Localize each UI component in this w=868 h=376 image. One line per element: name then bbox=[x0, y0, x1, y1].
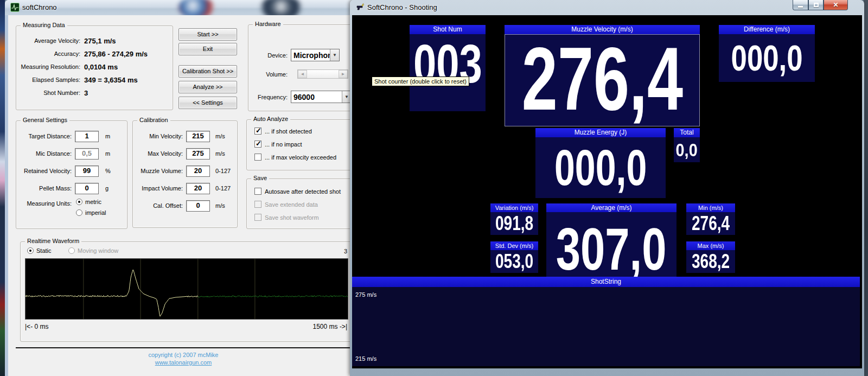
group-measuring-data: Measuring Data Average Velocity: 275,1 m… bbox=[16, 26, 173, 110]
measuring-row-shot-number: Shot Number: 3 bbox=[20, 87, 169, 98]
shooting-title: SoftChrono - Shooting bbox=[367, 3, 437, 11]
radio-moving-window: Moving window bbox=[68, 247, 118, 254]
group-hardware-label: Hardware bbox=[253, 21, 283, 27]
radio-imperial-icon[interactable] bbox=[76, 209, 82, 216]
device-combobox[interactable]: Microphon ▼ bbox=[291, 49, 340, 61]
average-value: 307,0 bbox=[556, 219, 667, 279]
device-value: Microphon bbox=[291, 51, 330, 60]
frequency-combobox[interactable]: 96000 ▼ bbox=[291, 91, 352, 103]
target-distance-label: Target Distance: bbox=[16, 133, 72, 139]
retained-velocity-input[interactable]: 99 bbox=[75, 165, 99, 177]
min-velocity-input[interactable]: 215 bbox=[186, 131, 210, 142]
group-calibration: Calibration Min Velocity: 215 m/s Max Ve… bbox=[132, 120, 238, 228]
measuring-row-resolution: Measuring Resolution: 0,0104 ms bbox=[20, 61, 169, 72]
impact-volume-input[interactable]: 20 bbox=[186, 183, 210, 194]
shotstring-header: ShotString bbox=[352, 277, 860, 287]
volume-scrollbar[interactable]: ◄ ► bbox=[297, 69, 348, 79]
shot-num-display[interactable]: 003 bbox=[410, 34, 486, 111]
checkbox-label: ... if max velocity exceeded bbox=[265, 154, 336, 161]
checkbox-if-max-velocity-exceeded[interactable]: ... if max velocity exceeded bbox=[254, 154, 336, 161]
checkbox-if-no-impact[interactable]: ... if no impact bbox=[254, 141, 302, 148]
checkbox-label: ... if no impact bbox=[265, 141, 302, 148]
checkbox-unchecked-icon[interactable] bbox=[254, 188, 261, 195]
analyze-button[interactable]: Analyze >> bbox=[178, 81, 237, 93]
measuring-row-accuracy: Accuracy: 275,86 - 274,29 m/s bbox=[20, 48, 169, 59]
row-value: 3 bbox=[84, 89, 88, 97]
scroll-right-icon[interactable]: ► bbox=[339, 70, 348, 78]
checkbox-checked-icon[interactable] bbox=[254, 141, 261, 148]
max-value: 368,2 bbox=[692, 252, 730, 271]
minimize-button[interactable] bbox=[793, 0, 808, 10]
radio-static[interactable]: Static bbox=[27, 247, 52, 254]
volume-scrollbar-track[interactable] bbox=[307, 70, 339, 78]
group-general-settings-label: General Settings bbox=[21, 117, 69, 123]
window-caption-buttons: ✕ bbox=[793, 0, 848, 10]
unit-label: 0-127 bbox=[215, 185, 231, 192]
row-value: 275,1 m/s bbox=[84, 37, 116, 45]
muzzle-volume-input[interactable]: 20 bbox=[186, 165, 210, 177]
checkbox-label: ... if shot detected bbox=[265, 128, 312, 135]
unit-label: % bbox=[105, 168, 111, 174]
unit-label: 0-127 bbox=[215, 168, 231, 174]
waveform-chart bbox=[25, 259, 348, 319]
max-velocity-input[interactable]: 275 bbox=[186, 148, 210, 160]
group-measuring-data-label: Measuring Data bbox=[21, 22, 67, 28]
difference-header: Difference (m/s) bbox=[719, 25, 815, 34]
retained-velocity-label: Retained Velocity: bbox=[16, 168, 72, 174]
pellet-mass-label: Pellet Mass: bbox=[16, 185, 72, 192]
total-display: 0,0 bbox=[674, 137, 700, 162]
scroll-left-icon[interactable]: ◄ bbox=[298, 70, 307, 78]
softchrono-title: softChrono bbox=[22, 3, 57, 11]
start-button[interactable]: Start >> bbox=[178, 28, 237, 41]
min-velocity-label: Min Velocity: bbox=[133, 133, 183, 139]
shot-counter-tooltip: Shot counter (double click to reset) bbox=[372, 77, 469, 86]
checkbox-disabled-icon bbox=[254, 201, 261, 208]
checkbox-save-shot-waveform: Save shot waveform bbox=[254, 214, 319, 221]
window-softchrono: softChrono Measuring Data Average Veloci… bbox=[5, 0, 356, 376]
min-display: 276,4 bbox=[686, 212, 735, 235]
min-value: 276,4 bbox=[692, 214, 730, 233]
target-distance-input[interactable]: 1 bbox=[75, 131, 99, 142]
row-value: 349 = 3,6354 ms bbox=[84, 76, 138, 84]
mic-distance-input[interactable]: 0,5 bbox=[75, 148, 99, 160]
exit-button[interactable]: Exit bbox=[178, 43, 237, 55]
row-value: 275,86 - 274,29 m/s bbox=[84, 50, 148, 58]
group-general-settings: General Settings Target Distance: 1 m Mi… bbox=[16, 120, 127, 229]
waveform-axis-end: 1500 ms ->| bbox=[313, 323, 347, 330]
muzzle-velocity-value: 276,4 bbox=[521, 34, 682, 124]
pellet-mass-input[interactable]: 0 bbox=[75, 183, 99, 194]
unit-label: m/s bbox=[215, 150, 225, 157]
checkbox-unchecked-icon[interactable] bbox=[254, 154, 261, 161]
settings-button[interactable]: << Settings bbox=[178, 97, 237, 109]
radio-metric-icon[interactable] bbox=[76, 199, 82, 205]
shooting-titlebar[interactable]: SoftChrono - Shooting bbox=[350, 0, 864, 15]
radio-static-icon[interactable] bbox=[27, 247, 34, 254]
shooting-client-area: Shot Num 003 Muzzle Velocity (m/s) 276,4… bbox=[352, 15, 862, 368]
measuring-row-average-velocity: Average Velocity: 275,1 m/s bbox=[20, 35, 169, 46]
minimize-icon bbox=[798, 6, 803, 8]
checkbox-autosave[interactable]: Autosave after detected shot bbox=[254, 188, 341, 195]
checkbox-checked-icon[interactable] bbox=[254, 128, 261, 135]
std-dev-display: 053,0 bbox=[490, 250, 538, 273]
calibration-shot-button[interactable]: Calibration Shot >> bbox=[178, 65, 237, 78]
unit-label: g bbox=[105, 185, 108, 192]
radio-metric[interactable]: metric bbox=[76, 199, 101, 205]
cal-offset-input[interactable]: 0 bbox=[186, 200, 210, 212]
chevron-down-icon[interactable]: ▼ bbox=[330, 49, 339, 61]
average-display: 307,0 bbox=[546, 212, 676, 285]
max-display: 368,2 bbox=[686, 250, 735, 273]
window-shooting: SoftChrono - Shooting ✕ Shot Num 003 Muz… bbox=[350, 0, 864, 376]
row-label: Measuring Resolution: bbox=[20, 63, 80, 70]
difference-display: 000,0 bbox=[719, 34, 815, 82]
maximize-button[interactable] bbox=[808, 0, 824, 10]
waveform-axis-start: |<- 0 ms bbox=[25, 323, 48, 330]
softchrono-titlebar[interactable]: softChrono bbox=[5, 0, 356, 15]
radio-imperial[interactable]: imperial bbox=[76, 209, 106, 216]
website-link[interactable]: www.talonairgun.com bbox=[8, 359, 359, 366]
close-button[interactable]: ✕ bbox=[824, 0, 848, 10]
checkbox-if-shot-detected[interactable]: ... if shot detected bbox=[254, 128, 312, 135]
muzzle-velocity-display: 276,4 bbox=[505, 34, 700, 126]
waveform-shot-counter: 3 bbox=[344, 248, 347, 254]
unit-label: m/s bbox=[215, 202, 225, 209]
desktop-icon-blob bbox=[260, 0, 302, 15]
